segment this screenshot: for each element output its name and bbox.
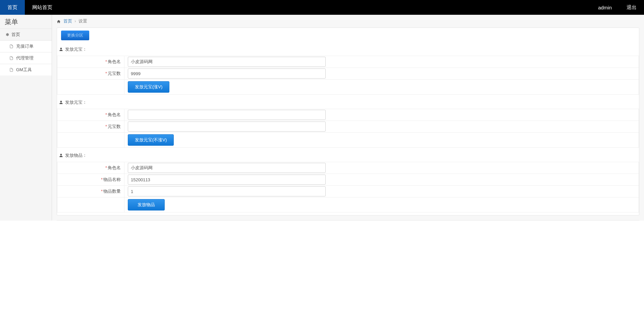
nav-user[interactable]: admin — [591, 0, 619, 15]
input-item-name[interactable] — [128, 175, 326, 185]
section-title-label: 发放元宝： — [65, 46, 87, 52]
nav-site-home[interactable]: 网站首页 — [25, 0, 60, 15]
breadcrumb-home[interactable]: 首页 — [63, 18, 72, 24]
divider — [57, 220, 639, 221]
file-icon — [9, 44, 14, 48]
file-icon — [9, 68, 14, 72]
input-role-3[interactable] — [128, 163, 326, 173]
section-title-label: 发放物品： — [65, 152, 87, 158]
sidebar-item-label: GM工具 — [16, 67, 32, 73]
sidebar-title: 菜单 — [0, 15, 52, 29]
input-role-2[interactable] — [128, 110, 326, 120]
send-item-button[interactable]: 发放物品 — [128, 199, 165, 210]
label-amount: 元宝数 — [108, 71, 121, 76]
gear-icon — [5, 33, 9, 37]
user-icon — [59, 100, 63, 104]
label-role: 角色名 — [108, 165, 121, 170]
topbar: 首页 网站首页 admin 退出 — [0, 0, 644, 15]
breadcrumb: 首页 › 设置 — [52, 15, 644, 28]
sidebar-root-home[interactable]: 首页 — [0, 29, 52, 40]
label-role: 角色名 — [108, 112, 121, 117]
user-icon — [59, 153, 63, 157]
sidebar-item-label: 代理管理 — [16, 55, 34, 61]
section-title-item: 发放物品： — [57, 150, 639, 162]
section-title-yuanbao-nov: 发放元宝： — [57, 97, 639, 109]
sidebar-item-label: 充值订单 — [16, 43, 34, 49]
input-role-1[interactable] — [128, 57, 326, 67]
sidebar-item-agent[interactable]: 代理管理 — [0, 52, 52, 64]
sidebar: 菜单 首页 充值订单 代理管理 GM工具 — [0, 15, 52, 221]
label-amount: 元宝数 — [108, 124, 121, 129]
input-amount-2[interactable] — [128, 122, 326, 132]
panel-main: 更换分区 发放元宝： *角色名 *元宝数 发放元宝( — [57, 28, 639, 216]
file-icon — [9, 56, 14, 60]
input-item-qty[interactable] — [128, 186, 326, 196]
breadcrumb-current: 设置 — [78, 18, 87, 24]
user-icon — [59, 47, 63, 51]
send-yuanbao-v-button[interactable]: 发放元宝(涨V) — [128, 81, 169, 93]
nav-home[interactable]: 首页 — [0, 0, 25, 15]
section-title-label: 发放元宝： — [65, 99, 87, 105]
home-icon — [57, 19, 61, 24]
label-item-qty: 物品数量 — [103, 189, 121, 194]
sidebar-item-recharge[interactable]: 充值订单 — [0, 40, 52, 52]
breadcrumb-sep: › — [74, 18, 76, 24]
label-role: 角色名 — [108, 59, 121, 64]
nav-logout[interactable]: 退出 — [619, 0, 644, 15]
send-yuanbao-nov-button[interactable]: 发放元宝(不涨V) — [128, 134, 174, 146]
label-item-name: 物品名称 — [103, 177, 121, 182]
content: 首页 › 设置 更换分区 发放元宝： *角色名 *元宝数 — [52, 15, 644, 221]
sidebar-root-label: 首页 — [11, 32, 20, 38]
input-amount-1[interactable] — [128, 68, 326, 79]
sidebar-item-gm-tools[interactable]: GM工具 — [0, 64, 52, 76]
switch-zone-button[interactable]: 更换分区 — [61, 31, 89, 40]
section-title-yuanbao-v: 发放元宝： — [57, 44, 639, 56]
